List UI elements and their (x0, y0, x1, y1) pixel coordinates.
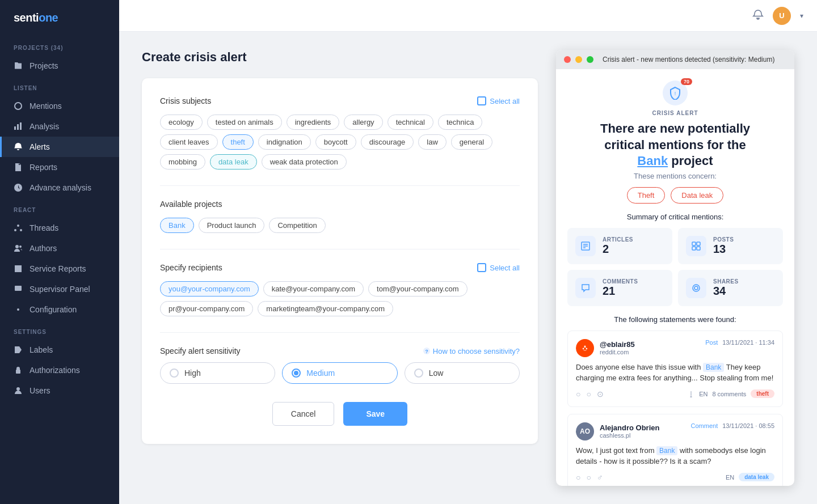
sensitivity-low-label: Low (429, 369, 444, 378)
svg-rect-0 (14, 126, 16, 130)
comments-info: COMMENTS 21 (603, 278, 638, 298)
sidebar-item-labels[interactable]: Labels (0, 340, 119, 360)
sidebar-item-supervisor-panel[interactable]: Supervisor Panel (0, 279, 119, 299)
posts-type: POSTS (713, 236, 734, 243)
sensitivity-medium[interactable]: Medium (282, 362, 397, 384)
recipient-pr[interactable]: pr@your-company.com (160, 301, 253, 316)
project-product-launch[interactable]: Product launch (199, 218, 265, 233)
sidebar-item-authorizations[interactable]: Authorizations (0, 360, 119, 380)
recipient-tom[interactable]: tom@your-company.com (368, 281, 467, 297)
sidebar-label-advance-analysis: Advance analysis (30, 183, 91, 192)
sensitivity-high[interactable]: High (160, 362, 275, 384)
main-area: U ▾ Create crisis alert Crisis subjects … (119, 0, 817, 504)
like-icon-1[interactable]: ○ (576, 389, 580, 399)
available-projects-section: Available projects Bank Product launch C… (160, 200, 520, 233)
sidebar-item-alerts[interactable]: Alerts (0, 137, 119, 157)
svg-rect-2 (20, 122, 22, 130)
tag-allergy[interactable]: allergy (344, 115, 382, 130)
stats-grid: ARTICLES 2 (567, 228, 783, 306)
tag-general[interactable]: general (451, 134, 492, 150)
post-tag-data-leak: data leak (739, 473, 774, 481)
post-text-2: Wow, I just got text from Bank with some… (576, 445, 774, 467)
sidebar-item-service-reports[interactable]: Service Reports (0, 259, 119, 279)
dislike-icon-1[interactable]: ○ (586, 389, 591, 399)
sidebar-label-supervisor-panel: Supervisor Panel (30, 285, 90, 294)
sidebar-item-configuration[interactable]: Configuration (0, 299, 119, 320)
tag-data-leak[interactable]: data leak (210, 154, 257, 170)
badge-70: 70 (681, 78, 692, 85)
svg-point-23 (693, 285, 700, 291)
radio-medium-inner (294, 371, 298, 375)
tag-ingredients[interactable]: ingredients (287, 115, 340, 130)
flag-icon-1[interactable]: ⊙ (597, 389, 604, 399)
sidebar-item-mentions[interactable]: Mentions (0, 96, 119, 116)
svg-rect-22 (697, 247, 700, 250)
svg-point-6 (15, 245, 19, 248)
preview-titlebar: Crisis alert - new mentions detected (se… (556, 50, 794, 69)
tag-client-leaves[interactable]: client leaves (160, 134, 218, 150)
recipient-kate[interactable]: kate@your-company.com (263, 281, 364, 297)
crisis-subjects-label: Crisis subjects (160, 96, 211, 105)
tag-tested-on-animals[interactable]: tested on animals (207, 115, 282, 130)
user-avatar[interactable]: U (773, 7, 791, 25)
sidebar-label-analysis: Analysis (30, 122, 59, 131)
sidebar-item-threads[interactable]: Threads (0, 218, 119, 238)
tag-law[interactable]: law (418, 134, 447, 150)
dislike-icon-2[interactable]: ○ (586, 473, 591, 482)
bank-link[interactable]: Bank (637, 154, 668, 168)
post-type-1: Post (705, 339, 718, 346)
projects-tags: Bank Product launch Competition (160, 218, 520, 233)
tag-discourage[interactable]: discourage (361, 134, 414, 150)
posts-icon (686, 236, 706, 256)
post-date-1: 13/11/2021 · 11:34 (722, 339, 774, 346)
shares-type: SHARES (713, 278, 739, 285)
svg-point-25 (580, 343, 590, 353)
like-icon-2[interactable]: ○ (576, 473, 580, 482)
traffic-green (587, 56, 593, 63)
tag-mobbing[interactable]: mobbing (160, 154, 205, 170)
sidebar-label-alerts: Alerts (30, 142, 50, 151)
flag-icon-2[interactable]: ♂ (597, 473, 603, 482)
post-meta-1: Post 13/11/2021 · 11:34 (705, 339, 774, 346)
tag-indignation[interactable]: indignation (258, 134, 311, 150)
tag-weak-data-protection[interactable]: weak data protection (262, 154, 347, 170)
how-to-link[interactable]: ? How to choose sensitivity? (423, 347, 520, 355)
sensitivity-label: Specify alert sensitivity (160, 346, 241, 355)
svg-text:?: ? (425, 349, 428, 354)
stat-articles: ARTICLES 2 (567, 228, 672, 264)
project-competition[interactable]: Competition (269, 218, 325, 233)
crisis-subjects-tags: ecology tested on animals ingredients al… (160, 115, 520, 170)
post-footer-2: ○ ○ ♂ EN data leak (576, 473, 774, 482)
sidebar-item-authors[interactable]: Authors (0, 238, 119, 259)
sensitivity-low[interactable]: Low (405, 362, 520, 384)
project-bank[interactable]: Bank (160, 218, 194, 233)
tag-ecology[interactable]: ecology (160, 115, 203, 130)
recipient-you[interactable]: you@your-company.com (160, 281, 259, 297)
sidebar-label-service-reports: Service Reports (30, 264, 86, 273)
recipients-section: Specify recipients Select all you@your-c… (160, 263, 520, 316)
crisis-subjects-select-all[interactable]: Select all (477, 96, 520, 105)
recipients-select-all[interactable]: Select all (477, 263, 520, 272)
tag-boycott[interactable]: boycott (315, 134, 356, 150)
articles-value: 2 (603, 243, 633, 256)
sidebar-item-users[interactable]: Users (0, 380, 119, 401)
sidebar-item-projects[interactable]: Projects (0, 56, 119, 76)
recipient-marketing[interactable]: marketingteam@your-company.com (258, 301, 393, 316)
topbar: U ▾ (119, 0, 817, 32)
comments-type: COMMENTS (603, 278, 638, 285)
sidebar-item-advance-analysis[interactable]: Advance analysis (0, 177, 119, 198)
post-card-2: AO Alejandro Obrien cashless.pl Comment … (567, 414, 783, 486)
tag-theft[interactable]: theft (222, 134, 254, 150)
content-area: Create crisis alert Crisis subjects Sele… (119, 32, 817, 504)
cancel-button[interactable]: Cancel (272, 402, 335, 426)
sidebar-label-configuration: Configuration (30, 305, 77, 314)
notifications-icon[interactable] (752, 9, 764, 23)
tag-technica[interactable]: technica (438, 115, 482, 130)
topbar-chevron-icon[interactable]: ▾ (800, 12, 803, 20)
sidebar-label-mentions: Mentions (30, 101, 62, 111)
post-username-2: Alejandro Obrien (600, 423, 659, 432)
tag-technical[interactable]: technical (388, 115, 433, 130)
sidebar-item-analysis[interactable]: Analysis (0, 116, 119, 137)
save-button[interactable]: Save (343, 402, 407, 426)
sidebar-item-reports[interactable]: Reports (0, 157, 119, 177)
